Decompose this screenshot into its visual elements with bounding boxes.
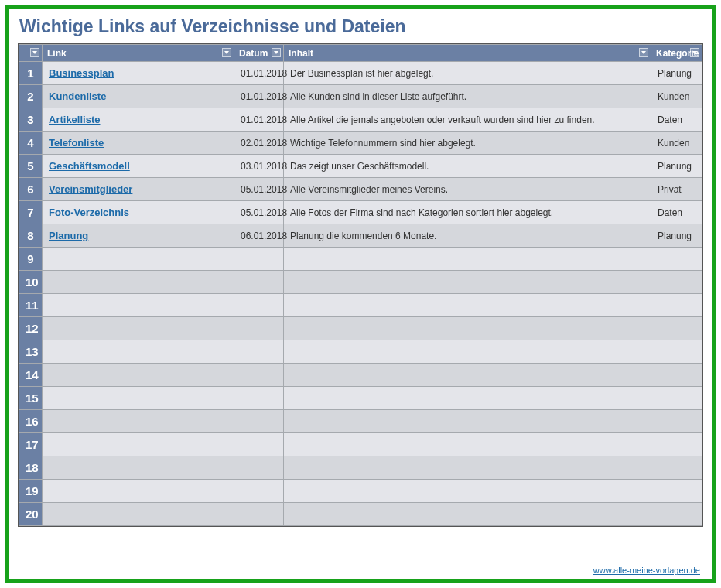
table-row: 7Foto-Verzeichnis05.01.2018Alle Fotos de… [19, 201, 702, 224]
cell-date: 03.01.2018 [234, 155, 284, 178]
table-row: 17 [19, 433, 702, 456]
cell-category: Kunden [651, 85, 702, 108]
filter-icon[interactable] [639, 48, 648, 57]
cell-content: Der Businessplan ist hier abgelegt. [284, 62, 651, 85]
row-number: 13 [19, 340, 43, 364]
table-row: 3Artikelliste01.01.2018Alle Artikel die … [19, 108, 702, 132]
cell-content: Alle Artikel die jemals angeboten oder v… [284, 108, 651, 132]
file-link[interactable]: Foto-Verzeichnis [49, 207, 129, 218]
table-row: 10 [19, 271, 702, 294]
cell-date [234, 410, 284, 433]
row-number: 9 [19, 248, 43, 271]
row-number: 14 [19, 364, 43, 387]
table-row: 1Businessplan01.01.2018Der Businessplan … [19, 62, 702, 85]
cell-link [43, 364, 234, 387]
row-number: 6 [19, 178, 43, 201]
file-link[interactable]: Geschäftsmodell [49, 160, 130, 172]
filter-icon[interactable] [690, 48, 699, 57]
cell-content: Alle Kunden sind in dieser Liste aufgefü… [284, 85, 651, 108]
file-link[interactable]: Vereinsmitglieder [49, 183, 132, 195]
table-row: 20 [19, 503, 702, 526]
cell-date: 01.01.2018 [234, 62, 284, 85]
cell-link: Planung [43, 224, 234, 248]
cell-link [43, 387, 234, 410]
header-category[interactable]: Kategorie [651, 45, 702, 62]
filter-icon[interactable] [272, 48, 281, 57]
cell-category [651, 480, 702, 503]
cell-link: Vereinsmitglieder [43, 178, 234, 201]
file-link[interactable]: Businessplan [49, 67, 114, 79]
header-content[interactable]: Inhalt [284, 45, 651, 62]
table-row: 9 [19, 248, 702, 271]
cell-link [43, 503, 234, 526]
cell-category [651, 503, 702, 526]
row-number: 12 [19, 317, 43, 340]
table-row: 15 [19, 387, 702, 410]
row-number: 11 [19, 294, 43, 317]
row-number: 7 [19, 201, 43, 224]
cell-category: Daten [651, 201, 702, 224]
file-link[interactable]: Kundenliste [49, 91, 106, 102]
file-link[interactable]: Artikelliste [49, 114, 100, 125]
cell-category [651, 248, 702, 271]
page-title: Wichtige Links auf Verzeichnisse und Dat… [19, 16, 703, 37]
cell-category: Planung [651, 62, 702, 85]
cell-date: 05.01.2018 [234, 201, 284, 224]
cell-category [651, 271, 702, 294]
filter-icon[interactable] [222, 48, 231, 57]
cell-link [43, 456, 234, 480]
cell-category: Privat [651, 178, 702, 201]
cell-link: Geschäftsmodell [43, 155, 234, 178]
cell-category: Planung [651, 155, 702, 178]
cell-content: Wichtige Telefonnummern sind hier abgele… [284, 132, 651, 155]
cell-date: 02.01.2018 [234, 132, 284, 155]
cell-category [651, 433, 702, 456]
footer-link[interactable]: www.alle-meine-vorlagen.de [593, 566, 700, 575]
row-number: 2 [19, 85, 43, 108]
row-number: 4 [19, 132, 43, 155]
cell-date: 06.01.2018 [234, 224, 284, 248]
table-wrapper: Link Datum Inhalt Kategorie 1Businesspla… [18, 43, 703, 527]
links-table: Link Datum Inhalt Kategorie 1Businesspla… [19, 44, 702, 526]
cell-link: Businessplan [43, 62, 234, 85]
row-number: 15 [19, 387, 43, 410]
cell-category [651, 410, 702, 433]
cell-date [234, 480, 284, 503]
cell-category [651, 317, 702, 340]
cell-link [43, 433, 234, 456]
cell-date [234, 271, 284, 294]
row-number: 20 [19, 503, 43, 526]
cell-category [651, 364, 702, 387]
cell-content [284, 456, 651, 480]
header-date[interactable]: Datum [234, 45, 284, 62]
table-row: 4Telefonliste02.01.2018Wichtige Telefonn… [19, 132, 702, 155]
filter-icon[interactable] [30, 48, 39, 57]
document-frame: Wichtige Links auf Verzeichnisse und Dat… [5, 5, 716, 583]
header-link[interactable]: Link [43, 45, 234, 62]
cell-date: 01.01.2018 [234, 85, 284, 108]
row-number: 16 [19, 410, 43, 433]
cell-content: Alle Vereinsmitglieder meines Vereins. [284, 178, 651, 201]
file-link[interactable]: Telefonliste [49, 137, 104, 149]
table-row: 16 [19, 410, 702, 433]
table-row: 2Kundenliste01.01.2018Alle Kunden sind i… [19, 85, 702, 108]
row-number: 3 [19, 108, 43, 132]
cell-date: 05.01.2018 [234, 178, 284, 201]
file-link[interactable]: Planung [49, 230, 88, 241]
row-number: 19 [19, 480, 43, 503]
cell-category [651, 456, 702, 480]
cell-date [234, 433, 284, 456]
table-row: 14 [19, 364, 702, 387]
cell-category [651, 387, 702, 410]
cell-content: Alle Fotos der Firma sind nach Kategorie… [284, 201, 651, 224]
cell-link [43, 410, 234, 433]
cell-date [234, 317, 284, 340]
cell-link [43, 317, 234, 340]
cell-link: Kundenliste [43, 85, 234, 108]
cell-content [284, 503, 651, 526]
header-num[interactable] [19, 45, 43, 62]
cell-content: Planung die kommenden 6 Monate. [284, 224, 651, 248]
table-row: 8Planung06.01.2018Planung die kommenden … [19, 224, 702, 248]
table-row: 19 [19, 480, 702, 503]
cell-category [651, 340, 702, 364]
